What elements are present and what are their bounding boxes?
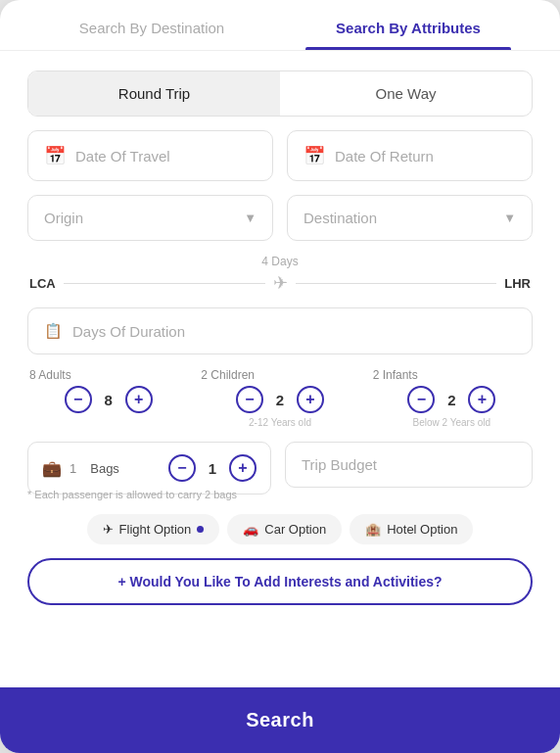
bags-budget-row: 💼 1 Bags − 1 + Trip Budget bbox=[27, 442, 533, 494]
adults-group: 8 Adults − 8 + bbox=[27, 368, 189, 428]
children-label: 2 Children bbox=[199, 368, 255, 382]
flight-icon: ✈ bbox=[103, 522, 114, 537]
bags-label: Bags bbox=[90, 461, 119, 476]
one-way-button[interactable]: One Way bbox=[280, 71, 532, 116]
children-group: 2 Children − 2 + 2-12 Years old bbox=[199, 368, 360, 428]
car-icon: 🚗 bbox=[243, 522, 258, 537]
destination-label: Destination bbox=[303, 210, 493, 226]
infants-label: 2 Infants bbox=[371, 368, 418, 382]
date-of-return-field[interactable]: 📅 Date Of Return bbox=[287, 130, 533, 181]
car-option-label: Car Option bbox=[264, 522, 326, 537]
route-from: LCA bbox=[29, 276, 56, 291]
hotel-option-label: Hotel Option bbox=[387, 522, 457, 537]
trip-budget-label: Trip Budget bbox=[302, 456, 377, 473]
adults-decrement-button[interactable]: − bbox=[65, 386, 92, 413]
route-line bbox=[64, 283, 265, 284]
children-decrement-button[interactable]: − bbox=[236, 386, 263, 413]
duration-calendar-icon: 📋 bbox=[44, 322, 63, 340]
bags-field[interactable]: 💼 1 Bags − 1 + bbox=[27, 442, 271, 494]
date-fields-row: 📅 Date Of Travel 📅 Date Of Return bbox=[27, 130, 533, 181]
children-controls: − 2 + bbox=[236, 386, 324, 413]
children-sub: 2-12 Years old bbox=[249, 417, 311, 428]
bags-icon: 💼 bbox=[42, 459, 62, 478]
destination-chevron-icon: ▼ bbox=[503, 211, 516, 225]
adults-label: 8 Adults bbox=[27, 368, 71, 382]
flight-option-pill[interactable]: ✈ Flight Option bbox=[87, 514, 220, 544]
flight-option-label: Flight Option bbox=[119, 522, 192, 537]
options-row: ✈ Flight Option 🚗 Car Option 🏨 Hotel Opt… bbox=[27, 514, 533, 544]
calendar-icon: 📅 bbox=[44, 145, 66, 166]
origin-field[interactable]: Origin ▼ bbox=[27, 195, 273, 241]
passengers-row: 8 Adults − 8 + 2 Children − 2 + 2-12 Yea… bbox=[27, 368, 533, 428]
tabs-bar: Search By Destination Search By Attribut… bbox=[0, 0, 560, 51]
bags-count-label: 1 bbox=[70, 461, 76, 476]
flight-active-dot bbox=[197, 526, 204, 533]
bags-count: 1 bbox=[204, 460, 221, 477]
date-of-travel-label: Date Of Travel bbox=[75, 148, 257, 165]
interests-button[interactable]: + Would You Like To Add Interests and Ac… bbox=[27, 558, 533, 605]
trip-type-selector: Round Trip One Way bbox=[27, 71, 533, 117]
bags-note: * Each passenger is allowed to carry 2 b… bbox=[27, 489, 533, 500]
search-button[interactable]: Search bbox=[0, 687, 560, 753]
main-card: Search By Destination Search By Attribut… bbox=[0, 0, 560, 753]
infants-controls: − 2 + bbox=[407, 386, 495, 413]
infants-decrement-button[interactable]: − bbox=[407, 386, 435, 413]
infants-sub: Below 2 Years old bbox=[413, 417, 491, 428]
route-plane-icon: ✈ bbox=[273, 272, 288, 294]
infants-group: 2 Infants − 2 + Below 2 Years old bbox=[371, 368, 533, 428]
adults-increment-button[interactable]: + bbox=[125, 386, 153, 413]
origin-chevron-icon: ▼ bbox=[244, 211, 257, 225]
infants-count: 2 bbox=[443, 392, 460, 408]
adults-controls: − 8 + bbox=[65, 386, 153, 413]
hotel-option-pill[interactable]: 🏨 Hotel Option bbox=[350, 514, 473, 544]
destination-field[interactable]: Destination ▼ bbox=[287, 195, 533, 241]
days-of-duration-field[interactable]: 📋 Days Of Duration bbox=[27, 307, 533, 354]
route-days: 4 Days bbox=[29, 255, 531, 268]
origin-label: Origin bbox=[44, 210, 234, 226]
route-to: LHR bbox=[504, 276, 531, 291]
tab-search-by-destination[interactable]: Search By Destination bbox=[23, 0, 280, 50]
route-line2 bbox=[296, 283, 497, 284]
trip-budget-field[interactable]: Trip Budget bbox=[285, 442, 533, 488]
adults-count: 8 bbox=[100, 392, 117, 408]
children-increment-button[interactable]: + bbox=[297, 386, 324, 413]
main-content: Round Trip One Way 📅 Date Of Travel 📅 Da… bbox=[0, 51, 560, 670]
calendar-return-icon: 📅 bbox=[303, 145, 325, 166]
car-option-pill[interactable]: 🚗 Car Option bbox=[227, 514, 342, 544]
children-count: 2 bbox=[271, 392, 289, 408]
bags-decrement-button[interactable]: − bbox=[168, 454, 196, 482]
duration-label: Days Of Duration bbox=[72, 323, 185, 340]
origin-destination-row: Origin ▼ Destination ▼ bbox=[27, 195, 533, 241]
round-trip-button[interactable]: Round Trip bbox=[28, 71, 280, 116]
date-of-travel-field[interactable]: 📅 Date Of Travel bbox=[27, 130, 273, 181]
tab-search-by-attributes[interactable]: Search By Attributes bbox=[280, 0, 537, 50]
date-of-return-label: Date Of Return bbox=[335, 148, 516, 165]
route-info: LCA ✈ LHR bbox=[29, 272, 531, 294]
bags-increment-button[interactable]: + bbox=[229, 454, 257, 482]
route-row: 4 Days LCA ✈ LHR bbox=[27, 255, 533, 294]
bags-budget-section: 💼 1 Bags − 1 + Trip Budget * Each passen… bbox=[27, 442, 533, 500]
infants-increment-button[interactable]: + bbox=[468, 386, 495, 413]
hotel-icon: 🏨 bbox=[365, 522, 381, 537]
